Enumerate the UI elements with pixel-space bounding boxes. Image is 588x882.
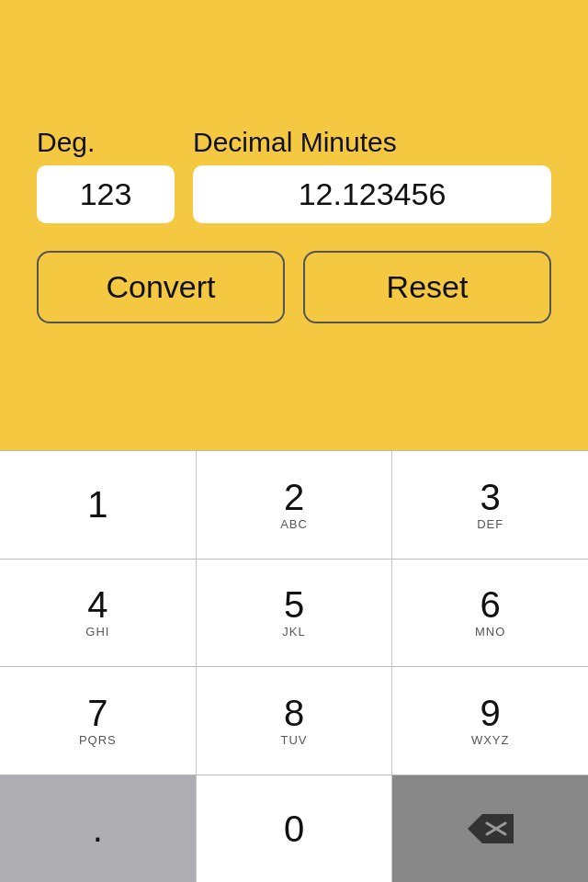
deg-input-group: Deg. (37, 127, 175, 223)
deg-label: Deg. (37, 127, 95, 158)
key-7[interactable]: 7 PQRS (0, 667, 197, 775)
key-row-4: . 0 (0, 775, 588, 883)
keyboard-section: 1 2 ABC 3 DEF 4 GHI 5 JKL 6 MNO 7 PQRS (0, 450, 588, 882)
convert-button[interactable]: Convert (37, 251, 285, 323)
decmin-input-group: Decimal Minutes (193, 127, 551, 223)
backspace-icon (466, 812, 515, 845)
key-row-1: 1 2 ABC 3 DEF (0, 450, 588, 559)
key-2[interactable]: 2 ABC (197, 451, 393, 559)
reset-button[interactable]: Reset (303, 251, 551, 323)
decmin-label: Decimal Minutes (193, 127, 397, 158)
key-0[interactable]: 0 (197, 775, 393, 883)
key-1[interactable]: 1 (0, 451, 197, 559)
key-row-2: 4 GHI 5 JKL 6 MNO (0, 559, 588, 667)
top-section: Deg. Decimal Minutes Convert Reset (0, 0, 588, 450)
key-6[interactable]: 6 MNO (392, 560, 588, 667)
key-dot[interactable]: . (0, 775, 197, 883)
key-4[interactable]: 4 GHI (0, 560, 197, 667)
key-5[interactable]: 5 JKL (197, 560, 393, 667)
key-3[interactable]: 3 DEF (392, 451, 588, 559)
key-8[interactable]: 8 TUV (197, 667, 393, 775)
key-backspace[interactable] (392, 775, 588, 883)
key-9[interactable]: 9 WXYZ (392, 667, 588, 775)
deg-input[interactable] (37, 165, 175, 223)
key-row-3: 7 PQRS 8 TUV 9 WXYZ (0, 666, 588, 775)
decmin-input[interactable] (193, 165, 551, 223)
button-row: Convert Reset (37, 251, 551, 323)
input-row: Deg. Decimal Minutes (37, 127, 551, 223)
